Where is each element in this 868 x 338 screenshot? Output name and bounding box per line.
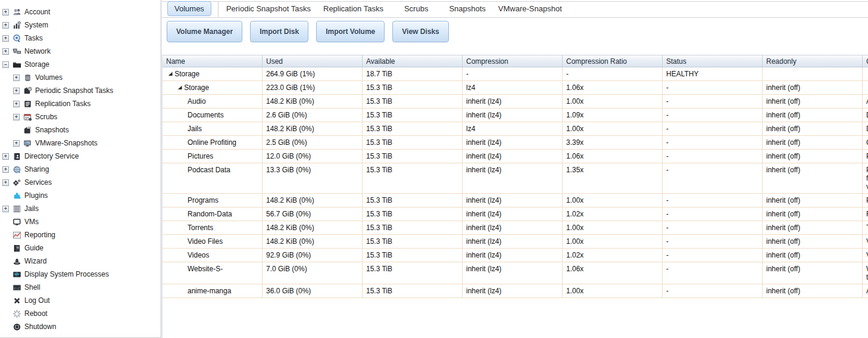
cell-readonly: inherit (off) (763, 235, 863, 249)
sidebar-item-scrubs[interactable]: +Scrubs (0, 110, 161, 123)
cell-comment: P (863, 194, 868, 207)
expand-toggle-icon[interactable]: + (2, 206, 9, 212)
column-header-available[interactable]: Available (363, 55, 463, 67)
sidebar-item-shell[interactable]: +c:/Shell (0, 281, 161, 294)
sidebar-item-snapshots[interactable]: +Snapshots (0, 123, 161, 137)
sidebar-item-services[interactable]: +Services (0, 176, 161, 189)
sidebar-item-network[interactable]: +Network (0, 45, 161, 58)
sidebar-item-storage[interactable]: −Storage (0, 58, 161, 71)
sidebar-item-volumes[interactable]: +Volumes (0, 71, 161, 84)
volumes-grid: NameUsedAvailableCompressionCompression … (163, 55, 868, 298)
table-row-documents-3[interactable]: Documents2.6 GiB (0%)15.3 TiBinherit (lz… (163, 108, 868, 122)
tab-volumes[interactable]: Volumes (167, 1, 211, 16)
tab-replication-tasks[interactable]: Replication Tasks (322, 2, 385, 15)
expand-toggle-icon[interactable]: + (2, 35, 9, 42)
table-row-random-data-9[interactable]: Random-Data56.7 GiB (0%)15.3 TiBinherit … (163, 207, 868, 221)
view-disks-button[interactable]: View Disks (392, 21, 448, 42)
sidebar-item-vms[interactable]: +VMs (0, 215, 161, 228)
expand-toggle-icon[interactable]: + (2, 153, 9, 160)
expand-toggle-icon[interactable]: + (13, 75, 20, 81)
dataset-name: Video Files (188, 237, 223, 246)
table-row-storage-1[interactable]: ◢Storage223.0 GiB (1%)15.3 TiBlz41.06x-i… (163, 81, 868, 95)
column-header-name[interactable]: Name (163, 55, 263, 67)
expand-toggle-icon[interactable]: + (13, 140, 20, 147)
sidebar-item-reboot[interactable]: +Reboot (0, 307, 161, 320)
cell-ratio: 1.00x (563, 235, 663, 249)
sidebar-item-label: Reporting (24, 231, 55, 239)
tab-scrubs[interactable]: Scrubs (403, 2, 429, 15)
sidebar-item-label: Shutdown (24, 323, 56, 331)
sidebar-item-label: Snapshots (35, 126, 69, 134)
sidebar-item-directory-service[interactable]: +Directory Service (0, 150, 161, 163)
dataset-name: Storage (184, 83, 209, 92)
sidebar-item-wizard[interactable]: +Wizard (0, 255, 161, 268)
import-disk-button[interactable]: Import Disk (250, 21, 308, 42)
cell-status: - (663, 262, 763, 284)
tab-vmware-snapshot[interactable]: VMware-Snapshot (497, 2, 563, 15)
cell-compression: inherit (lz4) (463, 235, 563, 249)
navigation-tree: +Account+System+Tasks+Network−Storage+Vo… (0, 0, 161, 338)
sidebar-item-system[interactable]: +System (0, 18, 161, 32)
sidebar-item-jails[interactable]: +Jails (0, 202, 161, 215)
volume-manager-button[interactable]: Volume Manager (167, 21, 242, 42)
sidebar-item-label: Scrubs (35, 113, 57, 121)
sidebar-item-plugins[interactable]: +Plugins (0, 189, 161, 202)
collapse-toggle-icon[interactable]: − (2, 61, 9, 68)
sidebar-item-display-system-processes[interactable]: +Display System Processes (0, 268, 161, 281)
sidebar-item-log-out[interactable]: +Log Out (0, 294, 161, 307)
cell-comment: P fi v (863, 163, 868, 194)
column-header-compression[interactable]: Compression (463, 55, 563, 67)
expand-toggle-icon[interactable]: + (2, 179, 9, 186)
column-header-status[interactable]: Status (663, 55, 763, 67)
expand-toggle-icon[interactable]: + (13, 101, 20, 107)
table-row-pictures-6[interactable]: Pictures12.0 GiB (0%)15.3 TiBinherit (lz… (163, 150, 868, 163)
cell-available: 15.3 TiB (363, 207, 463, 221)
sidebar-item-tasks[interactable]: +Tasks (0, 32, 161, 45)
table-row-anime-manga-14[interactable]: anime-manga36.0 GiB (0%)15.3 TiBinherit … (163, 284, 868, 298)
column-header-readonly[interactable]: Readonly (763, 55, 863, 67)
sidebar-item-shutdown[interactable]: +Shutdown (0, 320, 161, 333)
table-row-podcast-data-7[interactable]: Podcast Data13.3 GiB (0%)15.3 TiBinherit… (163, 163, 868, 194)
table-row-torrents-10[interactable]: Torrents148.2 KiB (0%)15.3 TiBinherit (l… (163, 221, 868, 235)
tree-expand-icon[interactable]: ◢ (178, 83, 182, 92)
cell-compression: inherit (lz4) (463, 95, 563, 108)
sidebar-item-periodic-snapshot-tasks[interactable]: +Periodic Snapshot Tasks (0, 84, 161, 97)
tasks-icon (12, 33, 21, 43)
grid-body: ◢Storage264.9 GiB (1%)18.7 TiB--HEALTHY◢… (163, 67, 868, 298)
sidebar-item-sharing[interactable]: +Sharing (0, 163, 161, 176)
sidebar-item-reporting[interactable]: +Reporting (0, 228, 161, 241)
tree-expand-icon[interactable]: ◢ (168, 70, 173, 78)
tab-snapshots[interactable]: Snapshots (448, 2, 486, 15)
sidebar-item-guide[interactable]: +Guide (0, 241, 161, 255)
tab-periodic-snapshot-tasks[interactable]: Periodic Snapshot Tasks (225, 2, 312, 15)
table-row-videos-12[interactable]: Videos92.9 GiB (0%)15.3 TiBinherit (lz4)… (163, 249, 868, 262)
expand-toggle-icon[interactable]: + (2, 166, 9, 173)
column-header-compression-ratio[interactable]: Compression Ratio (563, 55, 663, 67)
cell-status: - (663, 249, 763, 262)
table-row-website-s-13[interactable]: Website-S-7.0 GiB (0%)15.3 TiBinherit (l… (163, 262, 868, 284)
tab-bar: VolumesPeriodic Snapshot TasksReplicatio… (162, 0, 868, 18)
cell-ratio: 1.02x (563, 207, 663, 221)
expand-toggle-icon[interactable]: + (13, 114, 20, 120)
table-row-online-profiting-5[interactable]: Online Profiting2.5 GiB (0%)15.3 TiBinhe… (163, 136, 868, 150)
column-header-used[interactable]: Used (263, 55, 363, 67)
table-row-video-files-11[interactable]: Video Files148.2 KiB (0%)15.3 TiBinherit… (163, 235, 868, 249)
table-row-storage-0[interactable]: ◢Storage264.9 GiB (1%)18.7 TiB--HEALTHY (163, 67, 868, 81)
column-header-c[interactable]: C (863, 55, 868, 67)
sidebar-item-replication-tasks[interactable]: +Replication Tasks (0, 97, 161, 110)
expand-toggle-icon[interactable]: + (13, 88, 20, 94)
sidebar-item-label: Volumes (35, 73, 63, 82)
sidebar-item-vmware-snapshots[interactable]: +VMware-Snapshots (0, 137, 161, 150)
expand-toggle-icon[interactable]: + (2, 48, 9, 55)
sidebar-item-account[interactable]: +Account (0, 5, 161, 18)
expand-toggle-icon[interactable]: + (2, 22, 9, 29)
sidebar-item-label: Display System Processes (24, 270, 109, 278)
cell-comment: A (863, 284, 868, 298)
cell-readonly: inherit (off) (763, 163, 863, 194)
import-volume-button[interactable]: Import Volume (316, 21, 385, 42)
expand-toggle-icon[interactable]: + (2, 9, 9, 15)
table-row-jails-4[interactable]: Jails148.2 KiB (0%)15.3 TiBlz41.00x-inhe… (163, 122, 868, 136)
table-row-programs-8[interactable]: Programs148.2 KiB (0%)15.3 TiBinherit (l… (163, 194, 868, 207)
cell-comment: D (863, 108, 868, 122)
table-row-audio-2[interactable]: Audio148.2 KiB (0%)15.3 TiBinherit (lz4)… (163, 95, 868, 108)
